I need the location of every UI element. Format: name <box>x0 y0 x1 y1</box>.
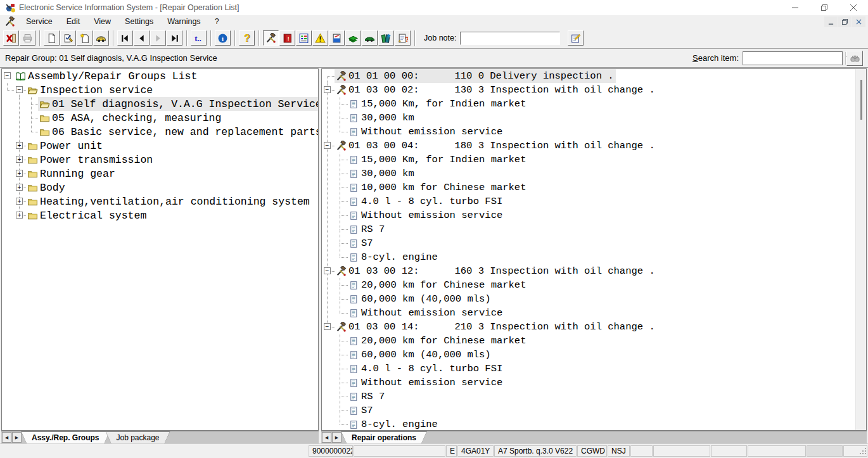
repair-operation-item[interactable]: RS 7 <box>322 390 866 404</box>
assembly-group-item[interactable]: +Body <box>2 181 318 194</box>
assembly-group-item[interactable]: +Heating,ventilation,air conditioning sy… <box>2 194 318 208</box>
repair-operation-item[interactable]: RS 7 <box>322 222 866 236</box>
repair-operation-item[interactable]: Without emission service <box>322 376 866 390</box>
help-button[interactable]: ?? <box>239 30 255 46</box>
repair-operation-item[interactable]: 4.0 l - 8 cyl. turbo FSI <box>322 362 866 376</box>
collapse-toggle[interactable]: − <box>324 86 331 93</box>
vehicle-button[interactable] <box>93 30 109 46</box>
repair-operation-item[interactable]: 30,000 km <box>322 167 866 181</box>
mdi-close-button[interactable] <box>852 16 865 27</box>
notes-button[interactable] <box>329 30 345 46</box>
text-block-button[interactable]: t.. <box>191 30 207 46</box>
warnings-button[interactable] <box>312 30 328 46</box>
collapse-toggle[interactable]: − <box>324 142 331 149</box>
job-note-input[interactable] <box>460 32 560 45</box>
tab-job-package[interactable]: Job package <box>105 431 170 443</box>
print-button[interactable] <box>20 30 35 46</box>
assembly-group-item[interactable]: +Electrical system <box>2 208 318 222</box>
component-list-button[interactable] <box>296 30 312 46</box>
assembly-group-item[interactable]: +Power transmission <box>2 153 318 167</box>
repair-operation-item[interactable]: Without emission service <box>322 208 866 222</box>
assembly-group-item[interactable]: 06 Basic service, new and replacement pa… <box>2 125 318 139</box>
collapse-toggle[interactable]: − <box>324 323 331 330</box>
mdi-restore-button[interactable] <box>838 16 852 27</box>
repair-operation-item[interactable]: 01 01 00 00: 110 0 Delivery inspection . <box>322 69 866 83</box>
menu-item-edit[interactable]: Edit <box>60 15 87 28</box>
repair-operation-item[interactable]: −01 03 00 02: 130 3 Inspection with oil … <box>322 83 866 97</box>
search-item-input[interactable] <box>743 52 845 65</box>
assembly-group-item[interactable]: +Power unit <box>2 139 318 153</box>
repair-operation-item[interactable]: 8-cyl. engine <box>322 250 866 264</box>
first-record-button[interactable] <box>117 30 133 46</box>
repair-operations-button[interactable] <box>263 30 279 46</box>
search-item-combobox[interactable] <box>743 51 843 65</box>
manuals-button[interactable] <box>378 30 394 46</box>
last-record-button[interactable] <box>167 30 182 46</box>
assembly-group-item[interactable]: 01 Self diagnosis, V.A.G Inspection Serv… <box>2 97 318 111</box>
resize-grip[interactable] <box>859 447 867 457</box>
menu-item-[interactable]: ? <box>208 15 226 28</box>
repair-operation-item[interactable]: 10,000 km for Chinese market <box>322 181 866 194</box>
repair-operation-item[interactable]: S7 <box>322 404 866 417</box>
expand-toggle[interactable]: + <box>16 156 23 163</box>
menu-item-settings[interactable]: Settings <box>118 15 160 28</box>
repair-operation-item[interactable]: −01 03 00 14: 210 3 Inspection with oil … <box>322 320 866 334</box>
repair-operation-item[interactable]: 15,000 Km, for Indien market <box>322 153 866 167</box>
collapse-toggle[interactable]: − <box>16 86 23 93</box>
tab-scroll-right-button[interactable]: ▶ <box>332 432 341 443</box>
expand-toggle[interactable]: + <box>16 184 23 191</box>
vehicle-data-button[interactable] <box>362 30 378 46</box>
repair-operation-item[interactable]: 60,000 km (40,000 mls) <box>322 292 866 306</box>
repair-operation-item[interactable]: 60,000 km (40,000 mls) <box>322 348 866 362</box>
repair-operation-item[interactable]: 15,000 Km, for Indien market <box>322 97 866 111</box>
repair-operation-item[interactable]: Without emission service <box>322 125 866 139</box>
menu-item-service[interactable]: Service <box>19 15 60 28</box>
assembly-group-item[interactable]: +Running gear <box>2 167 318 181</box>
repair-operation-item[interactable]: Without emission service <box>322 306 866 320</box>
minimize-button[interactable] <box>781 0 810 15</box>
tab-scroll-right-button[interactable]: ▶ <box>12 432 22 443</box>
tab-repair-operations[interactable]: Repair operations <box>341 431 427 443</box>
edit-check-button[interactable] <box>60 30 76 46</box>
repair-operation-item[interactable]: −01 03 00 04: 180 3 Inspection with oil … <box>322 139 866 153</box>
new-record-button[interactable] <box>44 30 60 46</box>
expand-toggle[interactable]: + <box>16 170 23 177</box>
tab-assy-rep-groups[interactable]: Assy./Rep. Groups <box>21 431 110 443</box>
document-help-button[interactable]: ? <box>395 30 411 46</box>
repair-operation-item[interactable]: 30,000 km <box>322 111 866 125</box>
info-button[interactable]: i <box>215 30 231 46</box>
job-note-edit-button[interactable] <box>568 30 584 46</box>
assembly-group-item[interactable]: 05 ASA, checking, measuring <box>2 111 318 125</box>
menu-item-view[interactable]: View <box>87 15 118 28</box>
tab-scroll-left-button[interactable]: ◀ <box>322 432 331 443</box>
scrollbar-thumb[interactable] <box>860 80 862 120</box>
search-button[interactable] <box>846 51 863 66</box>
repair-operation-item[interactable]: 20,000 km for Chinese market <box>322 334 866 348</box>
restore-button[interactable] <box>810 0 839 15</box>
expand-toggle[interactable]: + <box>16 198 23 205</box>
repair-operation-item[interactable]: 8-cyl. engine <box>322 417 866 431</box>
assembly-group-item[interactable]: −Assembly/Repair Groups List <box>2 69 318 83</box>
maintenance-tables-button[interactable] <box>345 30 361 46</box>
wiring-manual-button[interactable]: ! <box>279 30 295 46</box>
tab-scroll-left-button[interactable]: ◀ <box>2 432 11 443</box>
repair-operation-item[interactable]: −01 03 00 12: 160 3 Inspection with oil … <box>322 264 866 278</box>
collapse-toggle[interactable]: − <box>4 72 11 79</box>
next-record-button[interactable] <box>150 30 166 46</box>
expand-toggle[interactable]: + <box>16 142 23 149</box>
new-document-button[interactable] <box>77 30 93 46</box>
exit-button[interactable] <box>3 30 19 46</box>
repair-operation-item[interactable]: 4.0 l - 8 cyl. turbo FSI <box>322 194 866 208</box>
repair-operation-item[interactable]: S7 <box>322 236 866 250</box>
repair-operation-item[interactable]: 20,000 km for Chinese market <box>322 278 866 292</box>
vertical-scrollbar[interactable] <box>855 69 866 430</box>
close-button[interactable] <box>839 0 868 15</box>
svg-text:i: i <box>222 35 224 42</box>
system-menu-icon[interactable] <box>4 16 15 27</box>
menu-item-warnings[interactable]: Warnings <box>160 15 207 28</box>
mdi-minimize-button[interactable] <box>824 16 838 27</box>
collapse-toggle[interactable]: − <box>324 267 331 274</box>
previous-record-button[interactable] <box>134 30 150 46</box>
expand-toggle[interactable]: + <box>16 212 23 219</box>
assembly-group-item[interactable]: −Inspection service <box>2 83 318 97</box>
